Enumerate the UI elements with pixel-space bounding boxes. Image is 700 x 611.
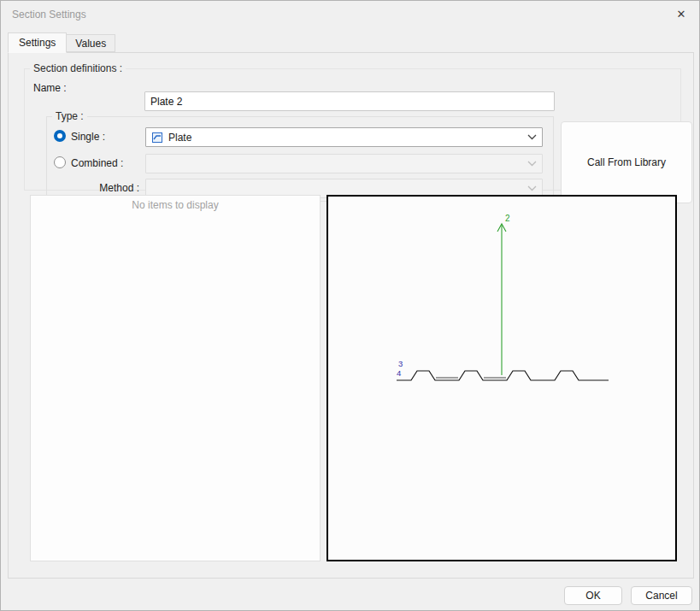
single-type-value: Plate — [168, 132, 191, 144]
point-label-3: 3 — [398, 359, 403, 368]
empty-list-text: No items to display — [31, 196, 320, 211]
point-label-4: 4 — [397, 368, 401, 378]
name-input[interactable] — [144, 91, 555, 111]
section-preview: 2 3 4 — [326, 195, 677, 561]
combined-label: Combined : — [71, 157, 123, 169]
title-bar: Section Settings ✕ — [1, 1, 699, 28]
plate-profile-polyline — [397, 371, 609, 380]
tab-settings[interactable]: Settings — [8, 32, 67, 53]
window-title: Section Settings — [12, 9, 86, 21]
tab-values[interactable]: Values — [67, 34, 115, 52]
single-label: Single : — [71, 131, 105, 143]
section-settings-dialog: { "window": { "title": "Section Settings… — [0, 0, 700, 611]
section-definitions-label: Section definitions : — [30, 62, 126, 74]
ok-button[interactable]: OK — [564, 586, 622, 605]
call-from-library-button[interactable]: Call From Library — [561, 121, 692, 203]
type-label: Type : — [52, 110, 87, 122]
single-radio[interactable] — [54, 130, 66, 142]
section-definitions-group: Section definitions : Name : Type : Sing… — [24, 68, 681, 191]
type-group: Type : Single : Plate Combined : — [46, 116, 554, 202]
combined-radio[interactable] — [54, 156, 66, 168]
close-button[interactable]: ✕ — [672, 5, 691, 24]
name-label: Name : — [33, 82, 67, 94]
method-label: Method : — [54, 182, 139, 194]
tab-strip: Settings Values — [8, 32, 115, 52]
plate-section-icon — [151, 132, 163, 144]
axis-2-label: 2 — [505, 214, 510, 223]
chevron-down-icon — [527, 185, 537, 191]
section-items-list[interactable]: No items to display — [30, 195, 321, 561]
cancel-button[interactable]: Cancel — [631, 586, 692, 605]
chevron-down-icon — [527, 134, 537, 140]
single-type-dropdown[interactable]: Plate — [145, 127, 543, 147]
settings-tab-page: Section definitions : Name : Type : Sing… — [8, 52, 694, 579]
close-icon: ✕ — [677, 8, 686, 21]
section-drawing: 2 3 4 — [328, 197, 675, 560]
combined-dropdown[interactable] — [145, 154, 543, 173]
chevron-down-icon — [527, 161, 537, 167]
